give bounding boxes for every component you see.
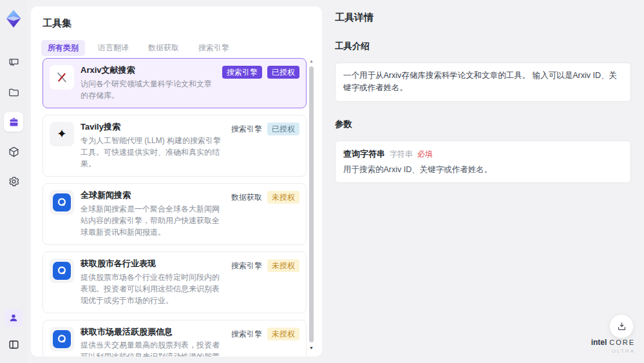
- collapse-sidebar-button[interactable]: [4, 335, 23, 354]
- category-badge: 搜索引擎: [231, 123, 262, 135]
- folder-icon: [8, 86, 20, 99]
- tool-card-most-active-stocks[interactable]: 获取市场最活跃股票信息 提供当天交易量最高的股票列表，投资者可以利用这些信息来识…: [43, 320, 307, 357]
- user-avatar-button[interactable]: [5, 309, 23, 327]
- auth-status-badge: 未授权: [267, 259, 299, 272]
- tool-list: Arxiv文献搜索 访问各个研究领域大量科学论文和文章的存储库。 搜索引擎 已授…: [31, 57, 322, 357]
- sidebar-item-models[interactable]: [4, 142, 23, 161]
- sidebar-rail: [0, 0, 27, 363]
- parameter-card: 查询字符串 字符串 必填 用于搜索的Arxiv ID、关键字或作者姓名。: [335, 141, 631, 183]
- tool-list-scrollbar: ▲ ▼: [308, 58, 315, 351]
- tool-desc: 专为人工智能代理 (LLM) 构建的搜索引擎工具。可快速提供实时、准确和真实的结…: [80, 135, 226, 170]
- category-badge: 搜索引擎: [231, 259, 262, 272]
- tool-card-global-news[interactable]: 全球新闻搜索 全球新闻搜索是一个聚合全球各大新闻网站内容的搜索引擎，帮助用户快速…: [43, 183, 307, 245]
- tab-all-categories[interactable]: 所有类别: [41, 40, 85, 56]
- tab-translation[interactable]: 语言翻译: [91, 40, 135, 56]
- param-name: 查询字符串: [343, 148, 385, 160]
- auth-status-badge: 未授权: [267, 191, 299, 204]
- tool-desc: 访问各个研究领域大量科学论文和文章的存储库。: [80, 78, 217, 101]
- scrollbar-down-arrow[interactable]: ▼: [308, 345, 315, 351]
- tab-search-engine[interactable]: 搜索引擎: [192, 40, 236, 56]
- auth-status-badge: 已授权: [267, 66, 299, 79]
- intro-heading: 工具介绍: [335, 41, 631, 52]
- app-logo-icon: [4, 9, 23, 28]
- quark-logo-icon: [50, 259, 74, 283]
- tool-detail-panel: 工具详情 工具介绍 一个用于从Arxiv存储库搜索科学论文和文章的工具。 输入可…: [327, 0, 644, 363]
- download-button[interactable]: [609, 314, 634, 338]
- briefcase-icon: [8, 116, 20, 128]
- scrollbar-up-arrow[interactable]: ▲: [308, 58, 315, 64]
- param-desc: 用于搜索的Arxiv ID、关键字或作者姓名。: [343, 164, 623, 175]
- page-title: 工具集: [31, 6, 322, 30]
- detail-title: 工具详情: [335, 12, 631, 24]
- quark-logo-icon: [50, 327, 74, 351]
- intel-wordmark: intel: [591, 338, 607, 347]
- download-icon: [616, 321, 627, 332]
- sidebar-item-settings[interactable]: [4, 172, 23, 191]
- category-badge: 搜索引擎: [222, 66, 262, 79]
- param-required-flag: 必填: [417, 149, 433, 160]
- user-icon: [8, 313, 19, 323]
- chat-icon: [8, 57, 20, 69]
- auth-status-badge: 未授权: [267, 328, 299, 340]
- quark-logo-icon: [50, 190, 74, 215]
- tool-intro-box: 一个用于从Arxiv存储库搜索科学论文和文章的工具。 输入可以是Arxiv ID…: [335, 63, 631, 102]
- intel-core-logo: intel CORE ULTRA: [591, 337, 635, 354]
- auth-status-badge: 已授权: [267, 123, 299, 135]
- tool-desc: 全球新闻搜索是一个聚合全球各大新闻网站内容的搜索引擎，帮助用户快速获取全球最新资…: [80, 203, 226, 238]
- sidebar-item-files[interactable]: [4, 83, 23, 102]
- core-wordmark: CORE: [609, 338, 635, 346]
- tool-name: Tavily搜索: [80, 122, 226, 133]
- tool-card-sector-performance[interactable]: 获取股市各行业表现 提供股票市场各个行业在特定时间段内的表现。投资者可以利用这些…: [43, 251, 307, 313]
- tool-card-arxiv[interactable]: Arxiv文献搜索 访问各个研究领域大量科学论文和文章的存储库。 搜索引擎 已授…: [43, 58, 307, 108]
- tool-desc: 提供当天交易量最高的股票列表，投资者可以利用这些信息来识别流动性强的股票和潜在的…: [80, 339, 226, 357]
- category-badge: 搜索引擎: [231, 328, 262, 340]
- param-type: 字符串: [390, 149, 413, 160]
- tool-name: 全球新闻搜索: [80, 190, 226, 201]
- tool-list-panel: 工具集 所有类别 语言翻译 数据获取 搜索引擎 Arxiv文献搜索 访问各个研究…: [31, 6, 322, 357]
- panel-toggle-icon: [8, 338, 20, 351]
- cube-icon: [8, 146, 20, 158]
- sidebar-item-tools[interactable]: [4, 112, 23, 132]
- arxiv-logo-icon: [50, 65, 74, 90]
- sidebar-item-chat[interactable]: [4, 53, 23, 72]
- tool-card-tavily[interactable]: ✦ Tavily搜索 专为人工智能代理 (LLM) 构建的搜索引擎工具。可快速提…: [43, 115, 307, 177]
- tavily-logo-icon: ✦: [50, 122, 74, 146]
- tab-data-fetch[interactable]: 数据获取: [142, 40, 185, 56]
- tool-name: 获取市场最活跃股票信息: [80, 327, 226, 338]
- category-badge: 数据获取: [231, 191, 262, 204]
- scrollbar-thumb[interactable]: [309, 66, 314, 342]
- ultra-wordmark: ULTRA: [591, 349, 635, 354]
- params-heading: 参数: [335, 119, 631, 130]
- tool-name: Arxiv文献搜索: [80, 65, 217, 76]
- tool-name: 获取股市各行业表现: [80, 259, 226, 270]
- tool-desc: 提供股票市场各个行业在特定时间段内的表现。投资者可以利用这些信息来识别表现优于或…: [80, 271, 226, 306]
- gear-icon: [8, 175, 20, 188]
